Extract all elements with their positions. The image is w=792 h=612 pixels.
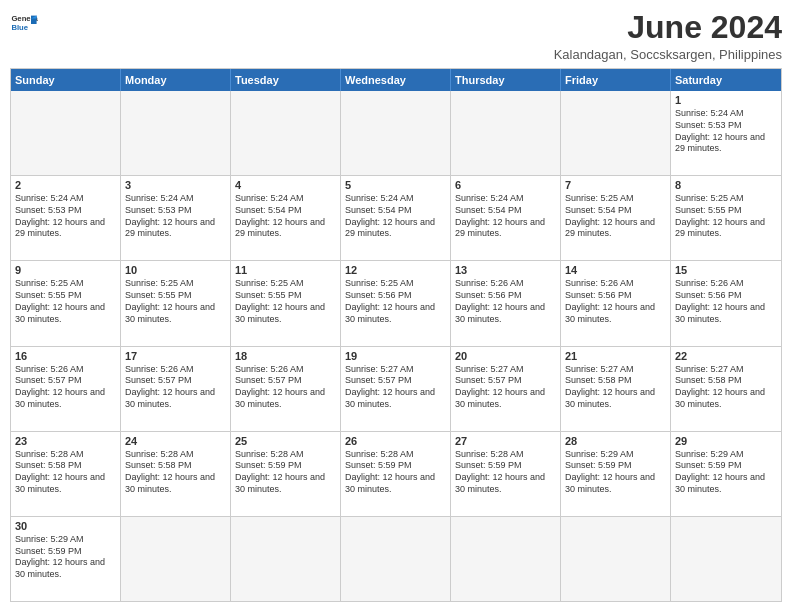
day-info: Sunrise: 5:28 AM Sunset: 5:59 PM Dayligh… [235, 449, 336, 496]
calendar-day-6: 6Sunrise: 5:24 AM Sunset: 5:54 PM Daylig… [451, 176, 561, 260]
day-number: 25 [235, 435, 336, 447]
svg-text:Blue: Blue [11, 23, 28, 32]
calendar-day-30: 30Sunrise: 5:29 AM Sunset: 5:59 PM Dayli… [11, 517, 121, 601]
day-number: 22 [675, 350, 777, 362]
calendar-day-23: 23Sunrise: 5:28 AM Sunset: 5:58 PM Dayli… [11, 432, 121, 516]
day-info: Sunrise: 5:24 AM Sunset: 5:54 PM Dayligh… [455, 193, 556, 240]
day-info: Sunrise: 5:28 AM Sunset: 5:58 PM Dayligh… [15, 449, 116, 496]
day-info: Sunrise: 5:26 AM Sunset: 5:57 PM Dayligh… [235, 364, 336, 411]
calendar-day-25: 25Sunrise: 5:28 AM Sunset: 5:59 PM Dayli… [231, 432, 341, 516]
day-number: 15 [675, 264, 777, 276]
day-number: 8 [675, 179, 777, 191]
calendar-empty-cell [11, 91, 121, 175]
day-number: 11 [235, 264, 336, 276]
calendar-day-13: 13Sunrise: 5:26 AM Sunset: 5:56 PM Dayli… [451, 261, 561, 345]
calendar-header: SundayMondayTuesdayWednesdayThursdayFrid… [11, 69, 781, 91]
day-number: 26 [345, 435, 446, 447]
calendar-empty-cell [671, 517, 781, 601]
day-info: Sunrise: 5:25 AM Sunset: 5:55 PM Dayligh… [235, 278, 336, 325]
calendar-empty-cell [231, 517, 341, 601]
calendar-day-20: 20Sunrise: 5:27 AM Sunset: 5:57 PM Dayli… [451, 347, 561, 431]
day-info: Sunrise: 5:27 AM Sunset: 5:58 PM Dayligh… [565, 364, 666, 411]
day-number: 29 [675, 435, 777, 447]
day-info: Sunrise: 5:27 AM Sunset: 5:57 PM Dayligh… [345, 364, 446, 411]
calendar-day-7: 7Sunrise: 5:25 AM Sunset: 5:54 PM Daylig… [561, 176, 671, 260]
day-number: 2 [15, 179, 116, 191]
day-number: 12 [345, 264, 446, 276]
calendar-empty-cell [451, 91, 561, 175]
day-info: Sunrise: 5:25 AM Sunset: 5:56 PM Dayligh… [345, 278, 446, 325]
calendar-week-1: 1Sunrise: 5:24 AM Sunset: 5:53 PM Daylig… [11, 91, 781, 176]
day-info: Sunrise: 5:29 AM Sunset: 5:59 PM Dayligh… [675, 449, 777, 496]
header: General Blue June 2024 Kalandagan, Soccs… [10, 10, 782, 62]
day-info: Sunrise: 5:24 AM Sunset: 5:53 PM Dayligh… [125, 193, 226, 240]
calendar-empty-cell [121, 91, 231, 175]
day-number: 13 [455, 264, 556, 276]
day-number: 17 [125, 350, 226, 362]
day-number: 6 [455, 179, 556, 191]
day-info: Sunrise: 5:26 AM Sunset: 5:56 PM Dayligh… [565, 278, 666, 325]
day-info: Sunrise: 5:28 AM Sunset: 5:59 PM Dayligh… [345, 449, 446, 496]
calendar-empty-cell [231, 91, 341, 175]
header-day-thursday: Thursday [451, 69, 561, 91]
day-number: 4 [235, 179, 336, 191]
calendar: SundayMondayTuesdayWednesdayThursdayFrid… [10, 68, 782, 602]
calendar-day-14: 14Sunrise: 5:26 AM Sunset: 5:56 PM Dayli… [561, 261, 671, 345]
calendar-empty-cell [121, 517, 231, 601]
calendar-day-4: 4Sunrise: 5:24 AM Sunset: 5:54 PM Daylig… [231, 176, 341, 260]
day-info: Sunrise: 5:28 AM Sunset: 5:58 PM Dayligh… [125, 449, 226, 496]
day-number: 5 [345, 179, 446, 191]
day-info: Sunrise: 5:27 AM Sunset: 5:57 PM Dayligh… [455, 364, 556, 411]
day-info: Sunrise: 5:24 AM Sunset: 5:53 PM Dayligh… [675, 108, 777, 155]
day-number: 30 [15, 520, 116, 532]
title-block: June 2024 Kalandagan, Soccsksargen, Phil… [554, 10, 782, 62]
day-info: Sunrise: 5:24 AM Sunset: 5:54 PM Dayligh… [235, 193, 336, 240]
calendar-day-26: 26Sunrise: 5:28 AM Sunset: 5:59 PM Dayli… [341, 432, 451, 516]
day-number: 20 [455, 350, 556, 362]
calendar-day-1: 1Sunrise: 5:24 AM Sunset: 5:53 PM Daylig… [671, 91, 781, 175]
calendar-empty-cell [561, 91, 671, 175]
day-info: Sunrise: 5:26 AM Sunset: 5:56 PM Dayligh… [455, 278, 556, 325]
calendar-week-4: 16Sunrise: 5:26 AM Sunset: 5:57 PM Dayli… [11, 347, 781, 432]
header-day-saturday: Saturday [671, 69, 781, 91]
day-info: Sunrise: 5:24 AM Sunset: 5:54 PM Dayligh… [345, 193, 446, 240]
day-number: 16 [15, 350, 116, 362]
calendar-day-11: 11Sunrise: 5:25 AM Sunset: 5:55 PM Dayli… [231, 261, 341, 345]
logo: General Blue [10, 10, 38, 38]
day-info: Sunrise: 5:26 AM Sunset: 5:56 PM Dayligh… [675, 278, 777, 325]
day-number: 28 [565, 435, 666, 447]
calendar-empty-cell [341, 91, 451, 175]
calendar-empty-cell [451, 517, 561, 601]
day-info: Sunrise: 5:29 AM Sunset: 5:59 PM Dayligh… [15, 534, 116, 581]
day-number: 7 [565, 179, 666, 191]
day-info: Sunrise: 5:28 AM Sunset: 5:59 PM Dayligh… [455, 449, 556, 496]
calendar-day-28: 28Sunrise: 5:29 AM Sunset: 5:59 PM Dayli… [561, 432, 671, 516]
day-number: 10 [125, 264, 226, 276]
calendar-day-18: 18Sunrise: 5:26 AM Sunset: 5:57 PM Dayli… [231, 347, 341, 431]
day-number: 14 [565, 264, 666, 276]
day-number: 18 [235, 350, 336, 362]
day-info: Sunrise: 5:26 AM Sunset: 5:57 PM Dayligh… [125, 364, 226, 411]
calendar-day-9: 9Sunrise: 5:25 AM Sunset: 5:55 PM Daylig… [11, 261, 121, 345]
generalblue-logo-icon: General Blue [10, 10, 38, 38]
subtitle: Kalandagan, Soccsksargen, Philippines [554, 47, 782, 62]
calendar-day-15: 15Sunrise: 5:26 AM Sunset: 5:56 PM Dayli… [671, 261, 781, 345]
calendar-day-24: 24Sunrise: 5:28 AM Sunset: 5:58 PM Dayli… [121, 432, 231, 516]
calendar-day-22: 22Sunrise: 5:27 AM Sunset: 5:58 PM Dayli… [671, 347, 781, 431]
calendar-day-21: 21Sunrise: 5:27 AM Sunset: 5:58 PM Dayli… [561, 347, 671, 431]
day-info: Sunrise: 5:29 AM Sunset: 5:59 PM Dayligh… [565, 449, 666, 496]
day-info: Sunrise: 5:25 AM Sunset: 5:55 PM Dayligh… [15, 278, 116, 325]
header-day-friday: Friday [561, 69, 671, 91]
day-info: Sunrise: 5:27 AM Sunset: 5:58 PM Dayligh… [675, 364, 777, 411]
day-number: 27 [455, 435, 556, 447]
calendar-day-12: 12Sunrise: 5:25 AM Sunset: 5:56 PM Dayli… [341, 261, 451, 345]
day-number: 9 [15, 264, 116, 276]
calendar-day-8: 8Sunrise: 5:25 AM Sunset: 5:55 PM Daylig… [671, 176, 781, 260]
calendar-day-3: 3Sunrise: 5:24 AM Sunset: 5:53 PM Daylig… [121, 176, 231, 260]
calendar-week-5: 23Sunrise: 5:28 AM Sunset: 5:58 PM Dayli… [11, 432, 781, 517]
calendar-day-10: 10Sunrise: 5:25 AM Sunset: 5:55 PM Dayli… [121, 261, 231, 345]
page: General Blue June 2024 Kalandagan, Soccs… [0, 0, 792, 612]
day-number: 21 [565, 350, 666, 362]
calendar-week-6: 30Sunrise: 5:29 AM Sunset: 5:59 PM Dayli… [11, 517, 781, 601]
calendar-body: 1Sunrise: 5:24 AM Sunset: 5:53 PM Daylig… [11, 91, 781, 601]
